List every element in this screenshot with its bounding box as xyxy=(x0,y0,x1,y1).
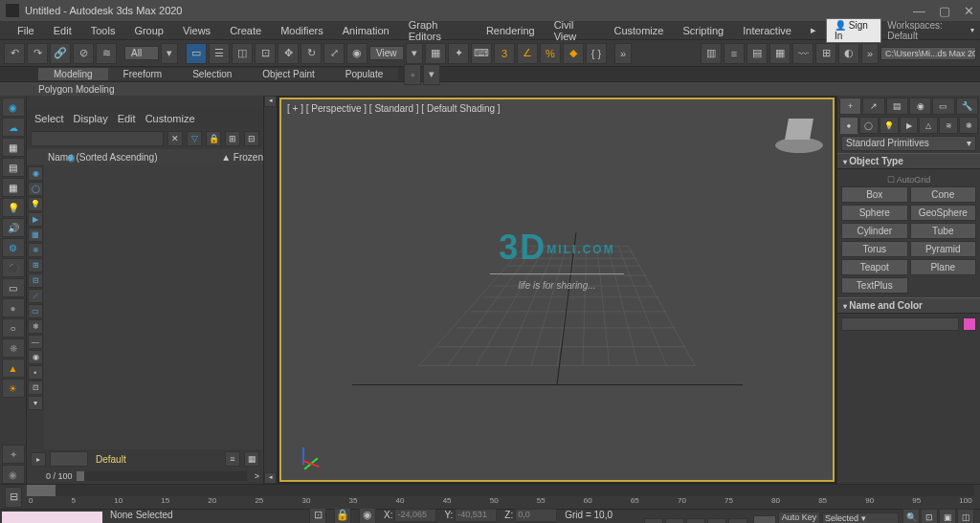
move-button[interactable]: ✥ xyxy=(278,43,299,64)
modifier-icon[interactable]: ⚙ xyxy=(2,238,25,257)
sign-in-button[interactable]: 👤 Sign In xyxy=(826,18,881,43)
time-slider[interactable] xyxy=(27,485,974,496)
zoom-region-button[interactable]: ◫ xyxy=(957,509,974,523)
subtab-systems[interactable]: ❋ xyxy=(959,117,978,134)
filter-all-icon[interactable]: ◉ xyxy=(28,350,43,364)
menu-create[interactable]: Create xyxy=(220,23,271,38)
scene-menu-select[interactable]: Select xyxy=(34,113,64,124)
cloud-icon[interactable]: ☁ xyxy=(2,118,25,137)
menu-file[interactable]: File xyxy=(8,23,44,38)
create-tube-button[interactable]: Tube xyxy=(910,223,977,239)
create-plane-button[interactable]: Plane xyxy=(910,259,977,275)
ribbon-tab-object-paint[interactable]: Object Paint xyxy=(247,68,329,80)
menu-modifiers[interactable]: Modifiers xyxy=(271,23,333,38)
cmd-tab-motion[interactable]: ◉ xyxy=(909,98,931,115)
viewport-label[interactable]: [ + ] [ Perspective ] [ Standard ] [ Def… xyxy=(287,103,501,114)
scene-clear-icon[interactable]: ✕ xyxy=(167,131,183,146)
timeline-ruler[interactable]: 0510152025303540455055606570758085909510… xyxy=(27,496,974,510)
set-key-large-button[interactable]: + xyxy=(753,515,776,524)
rotate-button[interactable]: ↻ xyxy=(301,43,322,64)
menu-scripting[interactable]: Scripting xyxy=(673,23,733,38)
select-rect-button[interactable]: ◫ xyxy=(232,43,253,64)
ribbon-expand-button[interactable]: ▾ xyxy=(423,64,440,85)
menu-group[interactable]: Group xyxy=(124,23,173,38)
goto-end-button[interactable]: ▸▸| xyxy=(728,518,747,524)
cmd-tab-hierarchy[interactable]: ▤ xyxy=(886,98,908,115)
sound-icon[interactable]: 🔊 xyxy=(2,218,25,237)
close-button[interactable]: ✕ xyxy=(964,4,974,18)
scene-lock-icon[interactable]: 🔒 xyxy=(206,131,221,146)
cmd-tab-create[interactable]: + xyxy=(839,98,861,115)
scene-sort-icon[interactable]: ⊟ xyxy=(244,131,259,146)
filter-container-icon[interactable]: ▭ xyxy=(28,304,43,318)
subtab-helpers[interactable]: △ xyxy=(919,117,938,134)
ribbon-tab-populate[interactable]: Populate xyxy=(330,68,398,80)
panel-toggle-bottom[interactable]: ◂ xyxy=(264,472,277,484)
overflow-chevron-icon[interactable]: » xyxy=(614,43,632,64)
sphere-icon[interactable]: ○ xyxy=(2,318,25,338)
filter-chevron-icon[interactable]: ▾ xyxy=(161,43,178,64)
filter-light-icon[interactable]: 💡 xyxy=(28,197,43,211)
filter-xref-icon[interactable]: ⊟ xyxy=(28,273,43,288)
menu-animation[interactable]: Animation xyxy=(333,23,399,38)
filter-helper-icon[interactable]: ▦ xyxy=(28,228,43,242)
percent-snap-button[interactable]: % xyxy=(540,43,561,64)
create-teapot-button[interactable]: Teapot xyxy=(841,259,908,275)
selection-filter-dropdown[interactable]: All xyxy=(124,46,159,60)
sun-icon[interactable]: ☀ xyxy=(2,379,25,398)
zoom-button[interactable]: 🔍 xyxy=(902,509,920,523)
scene-config-icon[interactable]: ▦ xyxy=(244,451,259,467)
scene-view-icon[interactable]: ⊞ xyxy=(225,131,240,146)
rollout-name-color[interactable]: Name and Color xyxy=(837,297,980,314)
scene-menu-icon[interactable]: ≡ xyxy=(225,451,240,467)
filter-frozen-icon[interactable]: ❄ xyxy=(28,319,43,334)
category-dropdown[interactable]: Standard Primitives ▾ xyxy=(841,136,976,151)
subtab-shapes[interactable]: ◯ xyxy=(859,117,879,134)
keyboard-shortcut-button[interactable]: ⌨ xyxy=(471,43,492,64)
header-frozen-col[interactable]: ▲ Frozen xyxy=(221,152,263,163)
schematic-view-button[interactable]: ⊞ xyxy=(815,43,836,64)
list-icon[interactable]: ▤ xyxy=(2,158,25,177)
particle-icon[interactable]: ❋ xyxy=(2,338,25,358)
cmd-tab-utilities[interactable]: 🔧 xyxy=(956,98,978,115)
select-object-button[interactable]: ▭ xyxy=(186,43,207,64)
zoom-extents-button[interactable]: ▣ xyxy=(939,509,956,523)
create-box-button[interactable]: Box xyxy=(841,186,908,203)
subtab-geometry[interactable]: ● xyxy=(839,117,858,134)
filter-bone-icon[interactable]: ⟋ xyxy=(28,289,43,303)
object-color-swatch[interactable] xyxy=(963,317,976,331)
menu-graph-editors[interactable]: Graph Editors xyxy=(399,17,477,44)
menu-more[interactable]: ▸ xyxy=(801,22,826,38)
viewcube[interactable] xyxy=(775,109,823,157)
autogrid-checkbox[interactable]: ☐ AutoGrid xyxy=(841,173,976,186)
create-pyramid-button[interactable]: Pyramid xyxy=(910,241,977,257)
pivot-button[interactable]: ▦ xyxy=(425,43,446,64)
toolbar-overflow-icon[interactable]: » xyxy=(861,43,879,64)
snap-3-button[interactable]: 3 xyxy=(494,43,515,64)
filter-camera-icon[interactable]: ▶ xyxy=(28,212,43,227)
ref-coord-dropdown[interactable]: View xyxy=(369,46,404,60)
workspaces-chevron-icon[interactable]: ▾ xyxy=(970,26,974,34)
named-selection-button[interactable]: { } xyxy=(586,43,607,64)
scene-filter-icon[interactable]: ▽ xyxy=(187,131,202,146)
create-sphere-button[interactable]: Sphere xyxy=(841,205,908,221)
mirror-button[interactable]: ▥ xyxy=(701,43,722,64)
spinner-snap-button[interactable]: ◆ xyxy=(563,43,584,64)
subtab-spacewarps[interactable]: ≋ xyxy=(939,117,958,134)
menu-interactive[interactable]: Interactive xyxy=(733,23,801,38)
timeline-config-icon[interactable]: ⊟ xyxy=(5,487,22,508)
undo-button[interactable]: ↶ xyxy=(4,43,25,64)
manipulate-button[interactable]: ✦ xyxy=(448,43,469,64)
play-button[interactable]: ▶ xyxy=(686,518,705,524)
coord-chevron-icon[interactable]: ▾ xyxy=(406,43,423,64)
menu-edit[interactable]: Edit xyxy=(44,23,81,38)
subtab-lights[interactable]: 💡 xyxy=(880,117,899,134)
ribbon-collapse-button[interactable]: ◦ xyxy=(404,64,421,85)
scene-selection-swatch[interactable] xyxy=(50,451,88,467)
menu-views[interactable]: Views xyxy=(173,23,220,38)
x-input[interactable]: -24,065 xyxy=(394,509,436,522)
y-input[interactable]: -40,531 xyxy=(455,509,497,522)
scene-expand-icon[interactable]: ▸ xyxy=(31,452,46,467)
filter-misc-icon[interactable]: ▾ xyxy=(28,396,43,410)
cmd-tab-display[interactable]: ▭ xyxy=(932,98,954,115)
